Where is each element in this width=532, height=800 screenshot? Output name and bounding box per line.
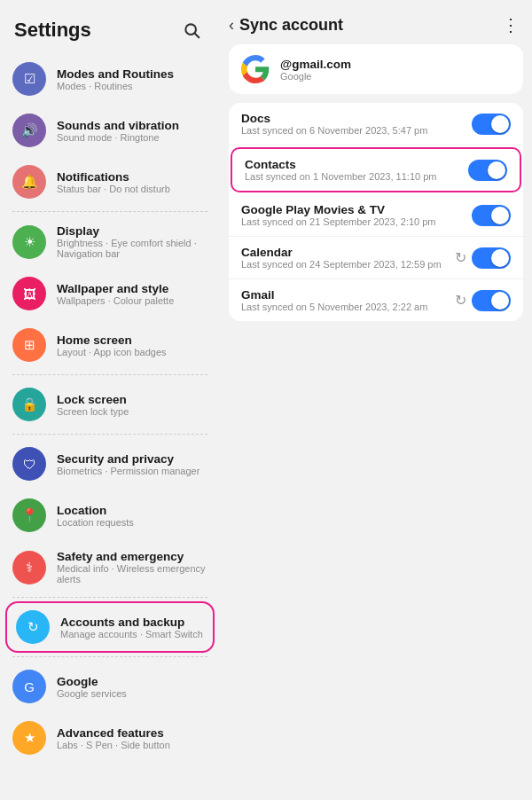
sidebar-item-lock-screen[interactable]: 🔒Lock screenScreen lock type [0,379,220,430]
security-privacy-icon: 🛡 [12,447,46,481]
toggle-gmail[interactable] [472,290,511,311]
sounds-vibration-label: Sounds and vibration [57,119,179,132]
toggle-thumb-gmail [491,292,509,310]
sidebar-title: Settings [14,19,91,42]
lock-screen-label: Lock screen [57,393,129,406]
sync-item-contacts[interactable]: ContactsLast synced on 1 November 2023, … [231,147,521,192]
sidebar-item-location[interactable]: 📍LocationLocation requests [0,490,220,541]
sync-item-gmail[interactable]: GmailLast synced on 5 November 2023, 2:2… [229,279,523,321]
refresh-icon-calendar: ↻ [455,249,466,266]
section-divider [12,211,207,212]
sounds-vibration-icon: 🔊 [12,114,46,147]
right-panel-header: ‹ Sync account ⋮ [220,0,532,44]
sync-item-docs[interactable]: DocsLast synced on 6 November 2023, 5:47… [229,103,523,145]
toggle-thumb-docs [491,115,509,133]
header-left: ‹ Sync account [229,16,343,35]
section-divider [12,434,207,435]
back-button[interactable]: ‹ [229,16,234,35]
wallpaper-style-icon: 🖼 [12,277,46,310]
sidebar-item-home-screen[interactable]: ⊞Home screenLayout · App icon badges [0,319,220,371]
notifications-sublabel: Status bar · Do not disturb [57,184,170,194]
security-privacy-label: Security and privacy [57,452,200,466]
sidebar-item-sounds-vibration[interactable]: 🔊Sounds and vibrationSound mode · Ringto… [0,105,220,156]
sync-controls-contacts [468,160,507,181]
sync-item-date-google-play-movies: Last synced on 21 September 2023, 2:10 p… [241,216,436,227]
sync-item-date-calendar: Last synced on 24 September 2023, 12:59 … [241,259,442,270]
account-card: @gmail.com Google [229,44,523,94]
page-title: Sync account [239,16,343,35]
sync-item-name-docs: Docs [241,112,427,125]
safety-emergency-sublabel: Medical info · Wireless emergency alerts [57,563,207,584]
sidebar-item-accounts-backup[interactable]: ↻Accounts and backupManage accounts · Sm… [5,601,215,653]
modes-routines-icon: ☑ [12,62,46,96]
home-screen-sublabel: Layout · App icon badges [57,347,167,357]
sidebar-item-advanced-features[interactable]: ★Advanced featuresLabs · S Pen · Side bu… [0,712,220,764]
sync-item-name-gmail: Gmail [241,288,427,302]
settings-sidebar: Settings ☑Modes and RoutinesModes · Rout… [0,0,220,800]
display-label: Display [57,224,207,238]
display-sublabel: Brightness · Eye comfort shield · Naviga… [57,238,207,259]
sync-item-text-calendar: CalendarLast synced on 24 September 2023… [241,246,442,270]
toggle-google-play-movies[interactable] [472,205,511,226]
sync-item-google-play-movies[interactable]: Google Play Movies & TVLast synced on 21… [229,194,523,237]
account-info: @gmail.com Google [280,58,351,82]
notifications-label: Notifications [57,170,170,184]
sidebar-item-safety-emergency[interactable]: ⚕Safety and emergencyMedical info · Wire… [0,541,220,593]
advanced-features-icon: ★ [12,721,46,755]
sync-item-name-google-play-movies: Google Play Movies & TV [241,203,436,216]
accounts-backup-label: Accounts and backup [60,616,203,629]
sync-controls-docs [472,114,511,135]
toggle-contacts[interactable] [468,160,507,181]
account-provider: Google [280,71,351,82]
safety-emergency-icon: ⚕ [12,551,46,584]
wallpaper-style-label: Wallpaper and style [57,282,174,295]
sidebar-item-notifications[interactable]: 🔔NotificationsStatus bar · Do not distur… [0,156,220,208]
toggle-docs[interactable] [472,114,511,135]
google-sublabel: Google services [57,688,127,699]
modes-routines-label: Modes and Routines [57,67,174,81]
sidebar-items-list: ☑Modes and RoutinesModes · Routines🔊Soun… [0,53,220,764]
wallpaper-style-sublabel: Wallpapers · Colour palette [57,295,174,306]
sidebar-item-display[interactable]: ☀DisplayBrightness · Eye comfort shield … [0,216,220,268]
display-icon: ☀ [12,225,46,259]
toggle-thumb-google-play-movies [491,207,509,224]
display-text: DisplayBrightness · Eye comfort shield ·… [57,224,207,259]
sync-item-text-gmail: GmailLast synced on 5 November 2023, 2:2… [241,288,427,312]
sidebar-header: Settings [0,0,220,53]
sidebar-item-modes-routines[interactable]: ☑Modes and RoutinesModes · Routines [0,53,220,105]
sync-item-calendar[interactable]: CalendarLast synced on 24 September 2023… [229,237,523,279]
wallpaper-style-text: Wallpaper and styleWallpapers · Colour p… [57,282,174,306]
search-button[interactable] [177,16,206,44]
location-label: Location [57,504,134,517]
more-options-button[interactable]: ⋮ [502,14,520,35]
location-text: LocationLocation requests [57,504,134,528]
lock-screen-sublabel: Screen lock type [57,406,129,417]
security-privacy-text: Security and privacyBiometrics · Permiss… [57,452,200,476]
sync-controls-calendar: ↻ [455,247,511,269]
section-divider [12,656,207,657]
google-icon: G [12,670,46,703]
google-logo [241,55,270,83]
sync-item-date-contacts: Last synced on 1 November 2023, 11:10 pm [245,171,436,182]
toggle-thumb-contacts [488,161,505,179]
sync-items-card: DocsLast synced on 6 November 2023, 5:47… [229,103,523,321]
toggle-calendar[interactable] [472,247,511,269]
sidebar-item-wallpaper-style[interactable]: 🖼Wallpaper and styleWallpapers · Colour … [0,268,220,319]
sync-item-date-gmail: Last synced on 5 November 2023, 2:22 am [241,302,427,312]
sync-item-date-docs: Last synced on 6 November 2023, 5:47 pm [241,125,427,136]
advanced-features-label: Advanced features [57,726,170,740]
accounts-backup-text: Accounts and backupManage accounts · Sma… [60,616,203,639]
sidebar-item-google[interactable]: GGoogleGoogle services [0,661,220,712]
lock-screen-icon: 🔒 [12,388,46,421]
advanced-features-text: Advanced featuresLabs · S Pen · Side but… [57,726,170,750]
section-divider [12,597,207,598]
location-sublabel: Location requests [57,517,134,528]
sidebar-item-security-privacy[interactable]: 🛡Security and privacyBiometrics · Permis… [0,438,220,490]
sync-item-name-contacts: Contacts [245,158,436,171]
toggle-thumb-calendar [491,249,509,267]
svg-line-1 [195,34,200,38]
location-icon: 📍 [12,498,46,532]
modes-routines-sublabel: Modes · Routines [57,81,174,91]
sounds-vibration-sublabel: Sound mode · Ringtone [57,132,179,143]
notifications-icon: 🔔 [12,165,46,199]
